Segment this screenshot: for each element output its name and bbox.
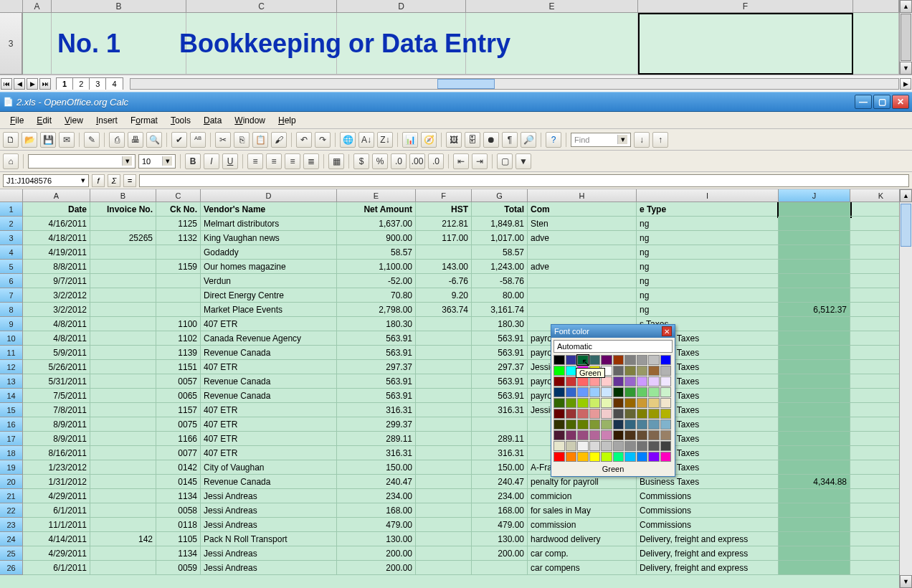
edit-doc-icon[interactable]: ✎ [84,132,100,148]
cell[interactable] [850,460,899,475]
col-E[interactable]: E [337,189,416,201]
cell[interactable]: 4/8/2011 [23,317,90,331]
sheet-tab-1[interactable]: 1 [56,77,73,90]
color-swatch[interactable] [566,355,577,365]
cell[interactable]: 150.00 [472,460,528,475]
color-swatch[interactable] [554,430,565,440]
merge-cells-icon[interactable]: ▦ [328,153,344,169]
col-J[interactable]: J [779,189,850,201]
cell[interactable]: 1/23/2012 [23,460,90,475]
col-G[interactable]: G [472,189,528,201]
color-swatch[interactable] [589,452,601,462]
cell[interactable]: 1,849.81 [472,217,528,231]
cell[interactable]: 1100 [156,317,201,331]
color-swatch[interactable] [566,441,577,451]
color-swatch[interactable] [637,430,648,440]
cell[interactable]: hardwood delivery [528,532,637,546]
color-swatch[interactable] [648,387,660,397]
cell[interactable]: car compens [528,561,637,575]
col-I[interactable]: I [637,189,779,201]
color-swatch[interactable] [601,430,612,440]
col-A[interactable]: A [23,189,90,201]
cell[interactable] [850,288,899,303]
color-swatch[interactable] [624,409,636,419]
cell[interactable]: 407 ETR [201,446,337,460]
hscroll-right-icon[interactable]: ▶ [900,78,911,90]
cell[interactable] [90,403,156,417]
row-1[interactable]: 1 [0,202,23,217]
cell[interactable]: Melmart distributors [201,217,337,231]
datasource-icon[interactable]: 🗄 [465,132,480,148]
cell[interactable]: Our homes magazine [201,260,337,274]
name-box[interactable]: J1:J1048576▾ [3,174,89,187]
cell[interactable] [850,475,899,489]
color-swatch[interactable] [648,376,660,387]
cell[interactable]: 407 ETR [201,403,337,417]
color-swatch[interactable] [637,452,648,462]
sheet-tab-4[interactable]: 4 [105,77,123,90]
cell[interactable]: ng [637,303,779,317]
cell[interactable]: 4,344.88 [779,475,850,489]
menu-tools[interactable]: Tools [165,114,196,127]
cell[interactable] [779,231,850,245]
vscroll-up-icon[interactable]: ▲ [900,189,912,202]
row-header[interactable]: 16 [0,417,23,432]
cell[interactable]: 168.00 [472,503,528,518]
cell[interactable] [90,317,156,331]
cell[interactable]: 180.30 [337,317,416,331]
col-B[interactable]: B [90,189,156,201]
vscroll-down-icon[interactable]: ▼ [900,575,912,588]
color-swatch[interactable] [601,387,612,397]
row-header[interactable]: 24 [0,532,23,546]
cell[interactable] [416,317,472,331]
cell[interactable]: 70.80 [337,288,416,303]
color-swatch[interactable] [577,452,589,462]
cell[interactable]: 407 ETR [201,417,337,432]
sort-asc-icon[interactable]: A↓ [358,132,374,148]
color-swatch[interactable] [613,430,624,440]
cell[interactable] [416,475,472,489]
cell[interactable]: 180.30 [472,317,528,331]
cell[interactable]: 3,161.74 [472,303,528,317]
row-header[interactable]: 8 [0,303,23,317]
color-swatch[interactable] [577,398,589,408]
color-swatch[interactable] [660,452,672,462]
copy-icon[interactable]: ⎘ [234,132,250,148]
cell[interactable]: 0058 [156,503,201,518]
cell[interactable] [90,274,156,288]
cell[interactable]: King Vaughan news [201,231,337,245]
hyperlink-icon[interactable]: 🌐 [340,132,356,148]
cell[interactable] [850,317,899,331]
color-swatch[interactable] [601,452,612,462]
cell[interactable]: commission [528,518,637,532]
cell[interactable]: 0077 [156,446,201,460]
color-swatch[interactable] [601,355,612,365]
color-swatch[interactable] [577,376,589,387]
cell[interactable]: 289.11 [337,432,416,446]
cell[interactable]: 130.00 [472,532,528,546]
cell[interactable]: 4/18/2011 [23,231,90,245]
cell[interactable]: 142 [90,532,156,546]
find-prev-icon[interactable]: ↑ [652,132,668,148]
cell[interactable] [528,245,637,260]
color-swatch[interactable] [566,409,577,419]
cell[interactable]: 1166 [156,432,201,446]
cell[interactable] [779,518,850,532]
cell[interactable] [779,460,850,475]
cell[interactable] [850,489,899,503]
header-cell[interactable] [850,202,899,217]
row-header[interactable]: 19 [0,460,23,475]
undo-icon[interactable]: ↶ [296,132,312,148]
cell[interactable] [416,360,472,374]
scroll-down-icon[interactable]: ▼ [900,62,912,75]
color-swatch[interactable] [624,419,636,430]
cell[interactable]: ng [637,245,779,260]
format-paint-icon[interactable]: 🖌 [271,132,287,148]
cell[interactable]: Revenue Canada [201,346,337,360]
cell[interactable] [416,446,472,460]
cell[interactable]: 1105 [156,532,201,546]
close-button[interactable]: ✕ [892,95,909,109]
cell[interactable] [416,417,472,432]
cell[interactable] [156,303,201,317]
cell[interactable] [528,288,637,303]
